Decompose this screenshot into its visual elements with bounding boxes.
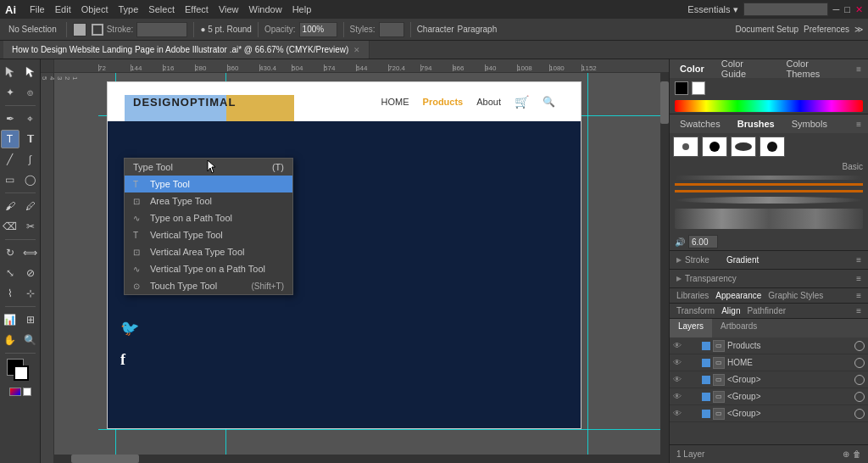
graphic-styles-tab[interactable]: Graphic Styles [768,291,823,300]
no-selection[interactable]: No Selection [5,23,60,36]
opacity-input[interactable] [299,22,337,37]
maximize-btn[interactable]: □ [844,4,850,14]
menu-window[interactable]: Window [249,4,282,14]
selection-tool[interactable] [1,63,19,81]
brush-swatch-2[interactable] [702,137,727,157]
menu-select[interactable]: Select [148,4,175,14]
warp-tool[interactable]: ⌇ [1,284,19,303]
layer-products[interactable]: 👁 ▭ Products [670,337,868,354]
symbols-tab[interactable]: Symbols [788,117,831,131]
preferences-btn[interactable]: Preferences [804,25,849,34]
fill-stroke-colors[interactable] [7,359,34,382]
canvas-area[interactable]: 72 144 216 280 360 430.4 504 574 644 720… [41,59,669,463]
rotate-tool[interactable]: ↻ [1,243,19,262]
minimize-btn[interactable]: ─ [833,4,840,14]
layer-group-0[interactable]: 👁 ▭ <Group> [670,371,868,388]
hand-tool[interactable]: ✋ [1,331,19,349]
libraries-tab[interactable]: Libraries [676,291,709,300]
brushes-panel-collapse[interactable]: ≡ [856,120,861,129]
paragraph-btn[interactable]: Paragraph [458,25,498,34]
new-layer-btn[interactable]: ⊕ [843,449,849,459]
layer-eye-0[interactable]: 👁 [673,341,685,350]
curvature-tool[interactable]: ⌖ [21,109,40,128]
canvas-scrollbar-v[interactable] [660,73,669,463]
ellipse-tool[interactable]: ◯ [21,170,40,189]
menu-type[interactable]: Type [119,4,139,14]
direct-selection-tool[interactable] [21,63,40,81]
layer-circle-2[interactable] [854,375,865,385]
touch-type-tool[interactable]: 𝗧 [21,130,40,148]
layer-eye-3[interactable]: 👁 [673,392,685,401]
search-input[interactable] [743,3,828,16]
black-swatch[interactable] [675,81,688,95]
close-btn[interactable]: ✕ [855,4,863,15]
stroke-color-box[interactable] [14,365,29,381]
none-btn[interactable] [23,388,31,396]
layer-circle-1[interactable] [854,358,865,368]
color-panel-collapse[interactable]: ≡ [856,64,861,74]
transform-tab[interactable]: Transform [676,306,715,315]
align-tab[interactable]: Align [721,306,740,315]
brush-swatch-3[interactable] [731,137,756,157]
layer-home[interactable]: 👁 ▭ HOME [670,354,868,371]
paintbrush-tool[interactable]: 🖌 [1,197,19,215]
layer-circle-0[interactable] [854,341,865,351]
scale-tool[interactable]: ⤡ [1,264,19,282]
blob-brush-tool[interactable]: 🖊 [21,197,40,215]
scissors-tool[interactable]: ✂ [21,217,40,236]
zoom-tool[interactable]: 🔍 [21,331,40,349]
lasso-tool[interactable]: ⌾ [21,83,40,102]
document-setup-btn[interactable]: Document Setup [736,25,799,34]
swatches-tab[interactable]: Swatches [676,117,724,131]
scrollbar-thumb-v[interactable] [660,81,669,124]
character-btn[interactable]: Character [417,25,454,34]
transform-tabs-collapse[interactable]: ≡ [856,306,861,315]
layer-circle-4[interactable] [854,409,865,419]
reshape-tool[interactable]: ⊹ [21,284,40,303]
rectangle-tool[interactable]: ▭ [1,170,19,189]
canvas-content[interactable]: DESIGNOPTIMAL HOME Products About 🛒 🔍 [98,73,669,463]
pathfinder-tab[interactable]: Pathfinder [747,306,786,315]
stroke-expand[interactable]: ▶ [676,256,682,264]
menu-file[interactable]: File [30,4,45,14]
gradient-label-panel[interactable]: Gradient [726,255,759,265]
tab-close-btn[interactable]: ✕ [353,46,360,54]
context-item-type-tool[interactable]: T Type Tool [125,176,292,192]
pen-tool[interactable]: ✒ [1,109,19,128]
color-gradient-bar[interactable] [675,100,863,112]
transparency-label[interactable]: Transparency [685,274,737,283]
column-graph-tool[interactable]: 📊 [1,310,19,329]
context-item-type-path[interactable]: ∿ Type on a Path Tool [125,209,292,226]
delete-layer-btn[interactable]: 🗑 [853,449,861,459]
line-tool[interactable]: ╱ [1,150,19,169]
brush-size-input[interactable] [688,235,718,248]
menu-effect[interactable]: Effect [185,4,209,14]
brush-swatch-1[interactable] [673,137,698,157]
bottom-tabs-collapse[interactable]: ≡ [856,291,861,300]
appearance-tab[interactable]: Appearance [715,291,761,300]
fill-color[interactable] [73,23,86,36]
context-item-vertical-path[interactable]: ∿ Vertical Type on a Path Tool [125,260,292,277]
stroke-style[interactable]: ● 5 pt. Round [200,25,252,34]
styles-input[interactable] [379,22,404,37]
layer-eye-1[interactable]: 👁 [673,358,685,367]
color-tab[interactable]: Color [676,62,708,75]
stroke-label-panel[interactable]: Stroke [685,255,709,265]
canvas-scrollbar-h[interactable] [54,455,660,463]
color-guide-tab[interactable]: Color Guide [718,59,773,81]
brush-swatch-4[interactable] [760,137,785,157]
color-themes-tab[interactable]: Color Themes [783,59,847,81]
context-item-vertical-type[interactable]: T Vertical Type Tool [125,226,292,243]
white-swatch[interactable] [692,81,705,95]
layer-eye-2[interactable]: 👁 [673,375,685,384]
menu-object[interactable]: Object [81,4,108,14]
stroke-color[interactable] [92,24,103,36]
layer-group-2[interactable]: 👁 ▭ <Group> [670,405,868,422]
artboard-tool[interactable]: ⊞ [21,310,40,329]
toolbar-extras[interactable]: ≫ [854,25,863,34]
menu-edit[interactable]: Edit [55,4,71,14]
context-item-area-type[interactable]: ⊡ Area Type Tool [125,192,292,209]
stroke-input[interactable] [136,22,187,37]
menu-view[interactable]: View [219,4,239,14]
context-item-touch-type[interactable]: ⊙ Touch Type Tool (Shift+T) [125,277,292,294]
